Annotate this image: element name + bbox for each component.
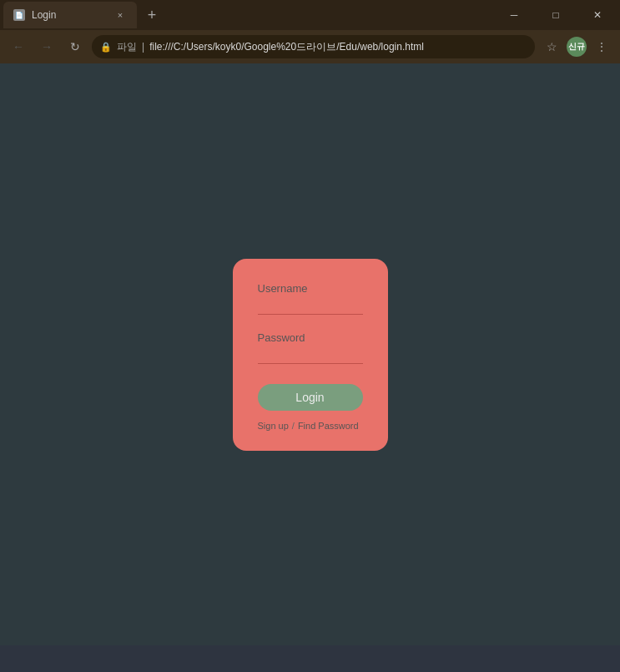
window-controls: ─ □ ✕ — [495, 2, 617, 28]
profile-avatar[interactable]: 신규 — [567, 37, 587, 57]
active-tab[interactable]: 📄 Login × — [3, 2, 137, 28]
tab-bar: 📄 Login × + ─ □ ✕ — [0, 0, 620, 30]
page-content: Username Password Login Sign up / Find P… — [0, 63, 620, 645]
separator-label: | — [142, 41, 144, 53]
tab-close-button[interactable]: × — [113, 8, 127, 22]
new-tab-button[interactable]: + — [140, 3, 164, 27]
maximize-button[interactable]: □ — [537, 2, 575, 28]
password-field-group: Password — [258, 331, 363, 377]
username-input[interactable] — [258, 296, 363, 315]
minimize-button[interactable]: ─ — [495, 2, 533, 28]
file-label: 파일 — [117, 40, 137, 54]
forward-button[interactable]: → — [35, 35, 58, 58]
signup-link[interactable]: Sign up — [258, 421, 289, 431]
tab-favicon: 📄 — [13, 9, 25, 21]
find-password-link[interactable]: Find Password — [298, 421, 359, 431]
toolbar: ← → ↻ 🔒 파일 | file:///C:/Users/koyk0/Goog… — [0, 30, 620, 63]
tab-title: Login — [32, 9, 56, 21]
link-separator: / — [292, 421, 295, 431]
login-card: Username Password Login Sign up / Find P… — [233, 259, 388, 451]
toolbar-right: ☆ 신규 ⋮ — [540, 35, 613, 58]
password-label: Password — [258, 331, 363, 344]
close-button[interactable]: ✕ — [578, 2, 617, 28]
address-bar[interactable]: 🔒 파일 | file:///C:/Users/koyk0/Google%20드… — [92, 35, 535, 58]
reload-button[interactable]: ↻ — [63, 35, 87, 58]
browser-chrome: 📄 Login × + ─ □ ✕ ← → ↻ 🔒 파일 | file:///C… — [0, 0, 620, 63]
address-text: file:///C:/Users/koyk0/Google%20드라이브/Edu… — [149, 40, 527, 54]
back-button[interactable]: ← — [7, 35, 30, 58]
bookmark-button[interactable]: ☆ — [540, 35, 563, 58]
password-input[interactable] — [258, 346, 363, 364]
links-row: Sign up / Find Password — [258, 421, 363, 431]
lock-icon: 🔒 — [100, 42, 112, 53]
login-button[interactable]: Login — [258, 384, 363, 411]
menu-button[interactable]: ⋮ — [590, 35, 613, 58]
username-field-group: Username — [258, 282, 363, 328]
username-label: Username — [258, 282, 363, 295]
